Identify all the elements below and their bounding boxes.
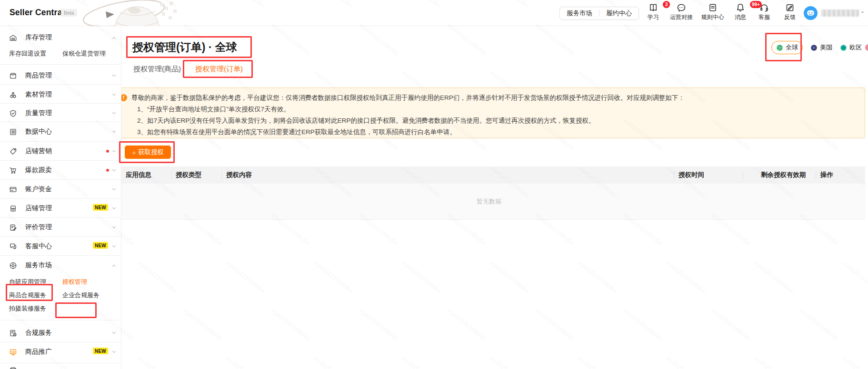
divider: [171, 171, 172, 179]
chevron-down-icon: [111, 224, 117, 231]
chevron-down-icon: [111, 330, 117, 336]
divider: [0, 363, 121, 363]
eu-region-icon: [840, 44, 847, 51]
app-logo: Seller Central: [10, 8, 65, 18]
divider: [743, 171, 743, 179]
column-header-5: 剩余授权有效期: [761, 171, 806, 179]
sidebar-subrow: 拍摄装修服务: [0, 302, 121, 315]
region-欧区[interactable]: 欧区: [840, 43, 862, 52]
tool-label: 运营对接: [670, 13, 693, 21]
chevron-down-icon: [111, 92, 117, 98]
bell-icon: 99+: [736, 3, 745, 12]
quick-links-pill: 服务市场履约中心: [559, 7, 639, 20]
column-header-6: 操作: [820, 171, 833, 179]
tab-1[interactable]: 授权管理(商品): [132, 64, 182, 75]
divider: [0, 141, 121, 142]
notice-item: 2、如7天内该ERP没有任何导入面单发货行为，则将会回收该店铺对此ERP的接口授…: [131, 115, 857, 126]
column-header-2: 授权类型: [176, 171, 201, 179]
empty-state-text: 暂无数据: [477, 197, 501, 206]
quick-link-2[interactable]: 履约中心: [599, 9, 639, 18]
sidebar-subitem[interactable]: 拍摄装修服务: [9, 302, 46, 315]
package-icon: [9, 72, 17, 80]
divider: [0, 160, 121, 161]
sidebar-item-review[interactable]: 评价管理: [0, 218, 121, 237]
sidebar-item-store[interactable]: 店铺管理NEW: [0, 199, 121, 218]
tab-2[interactable]: 授权管理(订单): [194, 64, 244, 75]
sidebar-subrow: 库存回退设置保税仓退货管理: [0, 47, 121, 60]
column-header-3: 授权内容: [226, 171, 252, 179]
feedback-icon: [785, 3, 795, 12]
sidebar-subitem[interactable]: 企业合规服务: [62, 289, 100, 302]
masked-username-suffix: -: [861, 8, 864, 16]
auth-table: 应用信息授权类型授权内容授权时间剩余授权有效期操作 暂无数据: [113, 166, 865, 220]
sidebar-subitem[interactable]: 保税仓退货管理: [62, 47, 106, 60]
red-dot: [106, 150, 109, 153]
notice-item: 3、如您有特殊场景在使用平台面单的情况下依旧需要通过ERP获取最全地址信息，可联…: [131, 126, 857, 138]
sidebar-item-warehouse[interactable]: 库存管理: [0, 28, 121, 47]
new-badge: NEW: [93, 242, 108, 249]
chevron-down-icon: [111, 110, 117, 117]
divider: [674, 171, 674, 179]
sidebar-item-label: 爆款跟卖: [25, 166, 52, 175]
quick-link-1[interactable]: 服务市场: [560, 9, 599, 18]
sidebar-item-shield-check[interactable]: 质量管理: [0, 104, 121, 123]
shield-check-icon: [9, 109, 17, 117]
sidebar-item-market[interactable]: 服务市场: [0, 256, 121, 275]
tool-document[interactable]: 规则中心: [699, 3, 727, 21]
sidebar-item-tag[interactable]: 店铺营销: [0, 142, 121, 161]
region-partial-icon[interactable]: [865, 44, 868, 51]
tool-chat[interactable]: 运营对接: [668, 3, 695, 21]
notice-item: 1、“开放平台查询地址明文接口”单次授权仅7天有效。: [131, 104, 857, 115]
sidebar-subrow: 自研应用管理授权管理: [0, 275, 121, 289]
region-全球[interactable]: 全球: [771, 41, 803, 54]
sidebar-item-label: 账户资金: [25, 185, 52, 194]
column-header-4: 授权时间: [678, 171, 704, 179]
service-icon: [9, 243, 17, 251]
sidebar-item-label: 客服中心: [25, 242, 52, 251]
sidebar-item-card[interactable]: 账户资金: [0, 180, 121, 199]
chevron-down-icon: [111, 129, 117, 135]
new-badge: NEW: [93, 348, 108, 354]
sidebar-item-label: 服务市场: [25, 261, 52, 270]
chevron-down-icon: [111, 349, 117, 355]
store-icon: [9, 204, 17, 213]
tab-bar: 授权管理(商品)授权管理(订单): [132, 64, 244, 75]
chevron-up-icon: [111, 262, 117, 269]
sidebar-item-package[interactable]: 商品管理: [0, 66, 121, 85]
chat-icon: [677, 3, 686, 12]
sidebar-subitem[interactable]: 自研应用管理: [9, 275, 46, 289]
sidebar-item-ad[interactable]: AD商品推广NEW: [0, 342, 121, 361]
book-icon: 3: [649, 3, 658, 12]
sidebar-item-label: 合规服务: [25, 329, 52, 337]
get-auth-button[interactable]: + 获取授权: [125, 146, 171, 159]
sidebar-item-compliance[interactable]: 合规服务: [0, 323, 121, 342]
table-header-row: 应用信息授权类型授权内容授权时间剩余授权有效期操作: [113, 166, 865, 184]
package-icon: [9, 366, 17, 369]
notification-badge: 99+: [750, 1, 762, 8]
tool-feedback[interactable]: 反馈: [776, 3, 804, 21]
divider: [0, 103, 121, 104]
sidebar-subitem[interactable]: 库存回退设置: [9, 47, 46, 60]
sidebar-subitem[interactable]: 授权管理: [62, 275, 87, 289]
chevron-up-icon: [111, 35, 117, 41]
region-美国[interactable]: 美国: [810, 43, 832, 52]
sidebar-item-label: 数据中心: [25, 127, 52, 136]
top-bar: Seller Central Beta 服务市场履约中心 3学习运营对接规则中心…: [0, 0, 868, 26]
sidebar-item-service[interactable]: 客服中心NEW: [0, 237, 121, 256]
sidebar-item-cart[interactable]: 爆款跟卖: [0, 161, 121, 180]
avatar[interactable]: [804, 6, 818, 20]
sidebar-item-label: 库存管理: [25, 33, 52, 42]
sidebar-subitem[interactable]: 商品合规服务: [9, 289, 46, 302]
beta-badge: Beta: [61, 9, 77, 17]
sidebar-item-assets[interactable]: 素材管理: [0, 85, 121, 104]
sidebar-item-data[interactable]: 数据中心: [0, 122, 121, 141]
sidebar-item-label: 商品管理: [25, 71, 52, 80]
ad-icon: AD: [9, 348, 17, 356]
tag-icon: [9, 147, 17, 155]
sidebar-item-label: 店铺营销: [25, 147, 52, 155]
divider: [0, 236, 121, 237]
divider: [816, 171, 816, 179]
review-icon: [9, 223, 17, 232]
data-icon: [9, 128, 17, 136]
tool-book[interactable]: 3学习: [639, 3, 667, 21]
